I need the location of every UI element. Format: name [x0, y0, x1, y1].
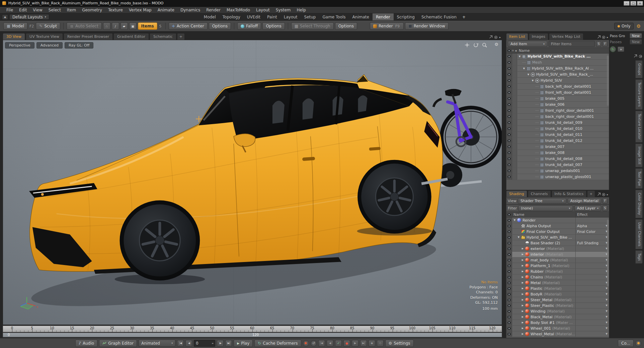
vertical-tab-texture-locator[interactable]: Texture Locator	[635, 111, 643, 143]
gear-icon[interactable]	[494, 36, 497, 39]
viewport-options-gear-icon[interactable]: ⚙	[494, 42, 498, 47]
falloff-button[interactable]: Falloff	[237, 22, 261, 30]
layout-tab-render[interactable]: Render	[373, 13, 394, 20]
shader-row-alpha-output[interactable]: Alpha OutputAlpha▼	[506, 223, 609, 229]
item-list-s-button[interactable]: S	[596, 41, 601, 47]
eye-icon[interactable]	[506, 126, 512, 132]
shader-row-rubber[interactable]: ▶Rubber(Material)▼	[506, 269, 609, 274]
panel-tab-item-list[interactable]: Item List	[506, 33, 528, 40]
shading-s-button[interactable]: S	[602, 205, 608, 211]
effect-cell[interactable]: ▼	[575, 309, 609, 314]
menu-animate[interactable]: Animate	[155, 8, 177, 12]
effect-cell[interactable]: ▼	[575, 263, 609, 268]
timeline-range-bar[interactable]: 0 120	[3, 333, 502, 337]
effect-cell[interactable]: ▼	[575, 331, 609, 337]
filter-items-input[interactable]: Filter Items	[549, 41, 595, 47]
expand-arrow-icon[interactable]: ▶	[521, 276, 525, 278]
select-through-options-button[interactable]: Options	[335, 22, 357, 30]
expand-arrow-icon[interactable]: ▶	[521, 281, 525, 284]
viewport-tab-gradient-editor[interactable]: Gradient Editor	[113, 33, 149, 40]
render-window-button[interactable]: Render Window	[405, 22, 449, 30]
layout-tab-paint[interactable]: Paint	[264, 13, 280, 20]
jump-first-key-icon[interactable]: |◀	[318, 340, 325, 347]
eye-icon[interactable]	[506, 60, 512, 65]
shader-row-winding[interactable]: ▶Winding(Material)▼	[506, 309, 609, 314]
expand-arrow-icon[interactable]: ▶	[521, 264, 525, 267]
menu-help[interactable]: Help	[294, 8, 309, 12]
eye-icon[interactable]	[506, 229, 512, 234]
shader-tree-scrollbar[interactable]	[607, 220, 609, 286]
expand-arrow-icon[interactable]: ▼	[513, 219, 516, 222]
menu-texture[interactable]: Texture	[105, 8, 126, 12]
menu-file[interactable]: File	[3, 8, 16, 12]
item-row-back-left-door-detail001[interactable]: back_left_door_detail001	[506, 84, 609, 90]
viewport-advanced-button[interactable]: Advanced	[36, 42, 63, 49]
materials-mode-icon[interactable]: ▣	[129, 22, 137, 30]
falloff-options-button[interactable]: Options	[262, 22, 285, 30]
gear-icon[interactable]	[639, 55, 642, 58]
menu-vertex-map[interactable]: Vertex Map	[126, 8, 155, 12]
expand-panel-icon[interactable]	[634, 55, 637, 58]
eye-icon[interactable]	[506, 309, 512, 314]
expand-arrow-icon[interactable]: ▶	[521, 327, 525, 330]
eye-icon[interactable]	[506, 54, 512, 59]
shader-row-interior[interactable]: ▶interior(Material)▼	[506, 252, 609, 257]
assign-material-button[interactable]: Assign Material	[568, 198, 601, 204]
shader-row-steer-metal[interactable]: ▶Steer_Metal(Material)▼	[506, 297, 609, 303]
auto-select-button[interactable]: Auto Select	[67, 22, 102, 30]
graph-editor-button[interactable]: Graph Editor	[99, 340, 137, 347]
eye-icon[interactable]	[506, 303, 512, 308]
eye-icon[interactable]	[506, 235, 512, 240]
viewport-tab-3d-view[interactable]: 3D View	[3, 33, 25, 40]
expand-arrow-icon[interactable]: ▶	[521, 253, 525, 256]
new-pass-group-button[interactable]: New	[630, 33, 642, 38]
gear-icon[interactable]	[602, 193, 605, 196]
select-through-button[interactable]: ▦ Select Through	[291, 22, 334, 30]
menu-geometry[interactable]: Geometry	[79, 8, 105, 12]
eye-icon[interactable]	[506, 291, 512, 297]
layout-tab-layout[interactable]: Layout	[280, 13, 301, 20]
eye-icon[interactable]	[506, 217, 512, 223]
items-mode-button[interactable]: Items	[138, 22, 157, 30]
menu-edit[interactable]: Edit	[16, 8, 30, 12]
expand-right-button[interactable]: »	[618, 47, 624, 52]
item-row-brake-005[interactable]: brake_005	[506, 96, 609, 102]
effect-cell[interactable]: ▼	[575, 303, 609, 308]
shader-row-mat-body[interactable]: ▶mat_body(Material)▼	[506, 257, 609, 263]
sync-icon[interactable]: ↺	[311, 340, 317, 346]
eye-icon[interactable]	[506, 138, 512, 144]
menu-system[interactable]: System	[273, 8, 294, 12]
eye-icon[interactable]	[506, 314, 512, 320]
vertices-mode-icon[interactable]: ∴	[103, 22, 110, 30]
action-center-button[interactable]: ✛ Action Center	[169, 22, 208, 30]
item-row-trunk-lid-detail-007[interactable]: trunk_lid_detail_007	[506, 162, 609, 168]
eye-icon[interactable]	[506, 326, 512, 331]
next-frame-icon[interactable]: ▶	[217, 340, 224, 347]
menu-item[interactable]: Item	[64, 8, 79, 12]
vertical-tab-color-display[interactable]: Color Display	[635, 190, 643, 218]
accept-icon[interactable]: ✓	[335, 340, 342, 347]
expand-arrow-icon[interactable]: ▶	[521, 316, 525, 318]
console-button[interactable]: Co...	[618, 340, 634, 347]
panel-menu-arrow-icon[interactable]: ▸	[499, 36, 501, 39]
viewport-tab-uv-texture-view[interactable]: UV Texture View	[26, 33, 63, 40]
shader-row-base-shader-2[interactable]: Base Shader (2)Full Shading▼	[506, 240, 609, 246]
item-row-trunk-lid-detail-010[interactable]: trunk_lid_detail_010	[506, 126, 609, 132]
vertical-tab-user-channels[interactable]: User Channels	[635, 219, 643, 249]
eye-icon[interactable]	[506, 280, 512, 285]
layout-tab-tab[interactable]: +	[460, 13, 468, 20]
eye-icon[interactable]	[506, 263, 512, 268]
effect-cell[interactable]: ▼	[575, 320, 609, 325]
vertical-tab-groups[interactable]: Groups	[635, 60, 643, 78]
effect-cell[interactable]: ▼	[575, 291, 609, 297]
menu-view[interactable]: View	[30, 8, 45, 12]
settings-button[interactable]: ⚙ Settings	[385, 340, 414, 347]
prev-frame-icon[interactable]: ◀	[185, 340, 192, 347]
effect-cell[interactable]: ▼	[575, 246, 609, 251]
expand-panel-icon[interactable]	[597, 35, 600, 39]
pan-view-icon[interactable]	[465, 42, 470, 48]
item-row-hybrid-suv-with-bike-rack[interactable]: ▼Hybrid_SUV_with_Bike_Rack ...	[506, 54, 609, 60]
jump-last-key-icon[interactable]: ▶|	[360, 340, 367, 347]
item-row-unwrap-pedals001[interactable]: unwrap_pedals001	[506, 168, 609, 174]
panel-tab-channels[interactable]: Channels	[528, 190, 551, 197]
